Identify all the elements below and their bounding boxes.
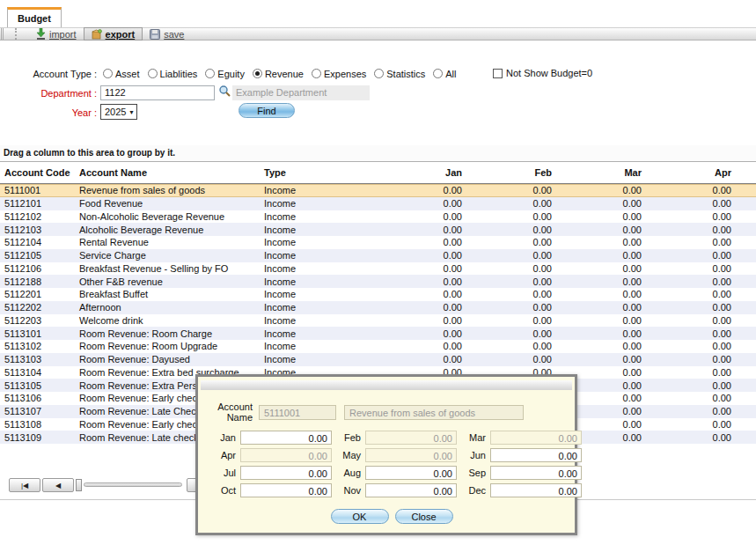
cell-account-code: 5112101	[4, 198, 79, 209]
pager-slider-track[interactable]	[84, 482, 182, 487]
table-row[interactable]: 5112101Food RevenueIncome0.000.000.000.0…	[0, 197, 756, 210]
month-input-nov[interactable]: 0.00	[365, 483, 457, 497]
department-name-field: Example Department	[232, 85, 370, 100]
cell-month-value: 0.00	[643, 393, 733, 403]
column-header-account-code[interactable]: Account Code	[4, 167, 79, 178]
import-button[interactable]: import	[29, 27, 84, 41]
cell-month-value: 0.00	[643, 328, 733, 339]
column-header-mar[interactable]: Mar	[554, 167, 643, 178]
cell-type: Income	[264, 237, 374, 247]
cell-month-value: 0.00	[643, 211, 733, 222]
radio-account-type-expenses[interactable]: Expenses	[312, 69, 366, 79]
radio-account-type-statistics[interactable]: Statistics	[374, 69, 425, 79]
column-header-feb[interactable]: Feb	[464, 167, 554, 178]
column-header-jan[interactable]: Jan	[374, 167, 464, 178]
cell-month-value: 0.00	[643, 289, 733, 299]
month-input-jul[interactable]: 0.00	[240, 466, 332, 480]
pager-prev-button[interactable]: ◀	[42, 478, 74, 492]
department-label: Department :	[0, 88, 97, 99]
account-type-radio-group: AssetLiablitiesEguityRevenueExpensesStat…	[103, 66, 457, 81]
cell-month-value: 0.00	[464, 250, 554, 261]
month-input-sep[interactable]: 0.00	[490, 466, 582, 480]
cell-account-code: 5112203	[4, 315, 79, 326]
table-row[interactable]: 5112201Breakfast BuffetIncome0.000.000.0…	[0, 288, 756, 301]
dialog-body: Account Name 5111001 Revenue from sales …	[198, 390, 575, 524]
column-header-apr[interactable]: Apr	[643, 167, 733, 178]
group-by-panel[interactable]: Drag a column to this area to group by i…	[0, 145, 756, 161]
month-input-apr[interactable]: 0.00	[240, 448, 332, 462]
month-input-dec[interactable]: 0.00	[490, 483, 582, 497]
cell-month-value: 0.00	[643, 432, 733, 443]
pager-first-button[interactable]: |◀	[9, 478, 40, 492]
year-select[interactable]: 2025 ▼	[100, 104, 137, 120]
table-row[interactable]: 5112104Rental RevenueIncome0.000.000.000…	[0, 236, 756, 249]
save-button[interactable]: save	[143, 27, 191, 41]
not-show-budget-checkbox[interactable]	[493, 69, 503, 78]
month-label-mar: Mar	[457, 432, 490, 443]
column-header-account-name[interactable]: Account Name	[79, 167, 264, 178]
month-label-feb: Feb	[332, 432, 365, 443]
cell-month-value: 0.00	[554, 302, 643, 313]
radio-account-type-eguity[interactable]: Eguity	[205, 69, 245, 79]
cell-account-name: Revenue from sales of goods	[79, 185, 264, 195]
table-row[interactable]: 5112106Breakfast Revenue - Selling by FO…	[0, 262, 756, 276]
table-row[interactable]: 5113102Room Revenue: Room UpgradeIncome0…	[0, 340, 756, 353]
table-row[interactable]: 5112102Non-Alcoholic Beverage RevenueInc…	[0, 210, 756, 224]
cell-type: Income	[264, 185, 374, 195]
month-input-jan[interactable]: 0.00	[240, 431, 332, 445]
radio-icon	[148, 69, 158, 78]
cell-type: Income	[264, 354, 374, 365]
table-row[interactable]: 5112103Alcoholic Beverage RevenueIncome0…	[0, 223, 756, 236]
month-input-mar[interactable]: 0.00	[490, 431, 582, 445]
table-row[interactable]: 5112188Other F&B revenueIncome0.000.000.…	[0, 275, 756, 288]
month-input-may[interactable]: 0.00	[365, 448, 457, 462]
radio-account-type-revenue[interactable]: Revenue	[253, 69, 304, 79]
export-button[interactable]: export	[84, 27, 143, 41]
radio-icon	[374, 69, 384, 78]
cell-month-value: 0.00	[374, 302, 464, 313]
cell-month-value: 0.00	[374, 211, 464, 222]
cell-account-name: Room Revenue: Room Upgrade	[79, 341, 264, 351]
cell-month-value: 0.00	[554, 289, 643, 299]
cell-month-value: 0.00	[643, 302, 733, 313]
cell-account-code: 5112106	[4, 263, 79, 274]
radio-account-type-asset[interactable]: Asset	[103, 69, 140, 79]
month-input-aug[interactable]: 0.00	[365, 466, 457, 480]
radio-icon	[205, 69, 215, 78]
table-row[interactable]: 5111001Revenue from sales of goodsIncome…	[0, 184, 756, 197]
cell-month-value: 0.00	[554, 225, 643, 235]
column-header-type[interactable]: Type	[264, 167, 374, 178]
cell-month-value: 0.00	[554, 328, 643, 339]
find-button-label: Find	[257, 106, 275, 116]
tab-budget[interactable]: Budget	[7, 7, 62, 27]
table-row[interactable]: 5113103Room Revenue: DayusedIncome0.000.…	[0, 353, 756, 366]
radio-account-type-all[interactable]: All	[433, 69, 456, 79]
department-lookup-icon[interactable]	[218, 85, 231, 99]
not-show-budget-option[interactable]: Not Show Budget=0	[493, 68, 592, 78]
table-row[interactable]: 5113101Room Revenue: Room ChargeIncome0.…	[0, 327, 756, 340]
month-input-oct[interactable]: 0.00	[240, 483, 332, 497]
pager-slider-thumb[interactable]	[76, 479, 82, 491]
table-row[interactable]: 5112203Welcome drinkIncome0.000.000.000.…	[0, 314, 756, 328]
month-input-jun[interactable]: 0.00	[490, 448, 582, 462]
radio-account-type-liablities[interactable]: Liablities	[148, 69, 198, 79]
cell-month-value: 0.00	[374, 237, 464, 247]
cell-account-code: 5112103	[4, 225, 79, 235]
cell-account-name: Breakfast Buffet	[79, 289, 264, 299]
cell-month-value: 0.00	[464, 225, 554, 235]
close-button[interactable]: Close	[395, 509, 453, 524]
cell-account-code: 5111001	[4, 185, 79, 195]
find-button[interactable]: Find	[239, 103, 295, 118]
grid-header-row: Account Code Account Name Type Jan Feb M…	[0, 161, 756, 184]
ok-button[interactable]: OK	[331, 509, 389, 524]
cell-month-value: 0.00	[643, 198, 733, 209]
department-input[interactable]: 1122	[100, 85, 215, 100]
cell-month-value: 0.00	[643, 354, 733, 365]
table-row[interactable]: 5112202AfternoonIncome0.000.000.000.00	[0, 301, 756, 314]
month-input-feb[interactable]: 0.00	[365, 431, 457, 445]
cell-month-value: 0.00	[464, 263, 554, 274]
table-row[interactable]: 5112105Service ChargeIncome0.000.000.000…	[0, 249, 756, 262]
cell-month-value: 0.00	[554, 276, 643, 287]
toolbar-grip-handle[interactable]	[1, 28, 17, 40]
dialog-titlebar[interactable]	[201, 380, 572, 390]
